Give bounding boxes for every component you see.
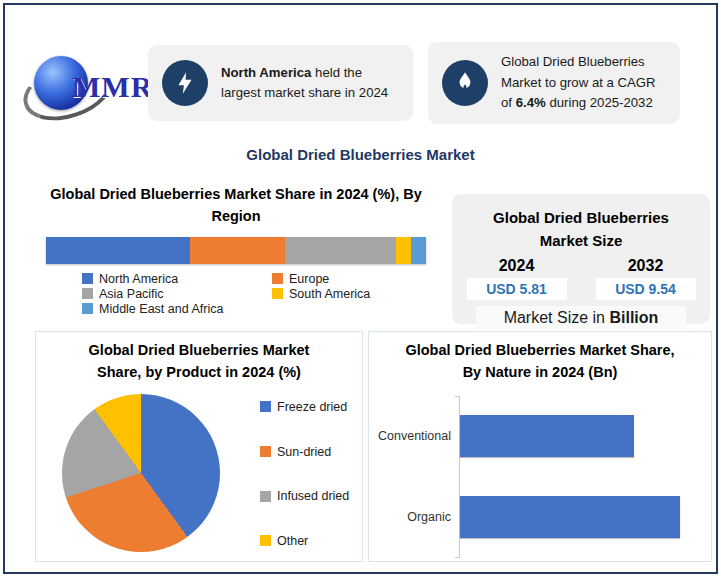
nature-chart-title: Global Dried Blueberries Market Share, B… — [397, 339, 683, 384]
legend-label: Middle East and Africa — [99, 302, 223, 316]
region-legend-item: Europe — [272, 272, 432, 286]
highlight-bold: North America — [221, 65, 311, 80]
mmr-logo: MMR — [24, 50, 152, 120]
nature-plot-area: Conventional Organic — [369, 396, 711, 558]
region-chart-title: Global Dried Blueberries Market Share in… — [40, 183, 432, 228]
market-size-year-2032: 2032 — [581, 257, 710, 275]
logo-text: MMR — [72, 70, 153, 104]
product-legend-item: Freeze dried — [260, 400, 349, 414]
region-legend-item: Middle East and Africa — [82, 302, 272, 316]
market-size-title: Global Dried Blueberries Market Size — [472, 207, 690, 252]
market-size-caption: Market Size in Billion — [476, 306, 686, 330]
legend-swatch — [82, 288, 93, 299]
market-size-value-2024: USD 5.81 — [467, 278, 567, 300]
highlight-text: Global Dried Blueberries Market to grow … — [501, 52, 666, 113]
region-legend-item: South America — [272, 287, 432, 301]
market-size-year-2024: 2024 — [452, 257, 581, 275]
highlight-text: North America held the largest market sh… — [221, 63, 399, 104]
legend-swatch — [272, 273, 283, 284]
legend-label: Sun-dried — [277, 445, 331, 459]
legend-label: Asia Pacific — [99, 287, 164, 301]
legend-label: Infused dried — [277, 489, 349, 503]
product-legend-item: Other — [260, 534, 349, 548]
flame-icon — [442, 60, 488, 106]
conventional-bar — [460, 415, 634, 457]
legend-swatch — [272, 288, 283, 299]
legend-label: Other — [277, 534, 308, 548]
highlight-suffix: during 2025-2032 — [546, 95, 653, 110]
region-segment-3 — [396, 237, 411, 264]
market-size-panel: Global Dried Blueberries Market Size 202… — [452, 194, 710, 324]
region-stacked-bar — [46, 237, 426, 264]
caption-prefix: Market Size in — [504, 309, 610, 326]
region-segment-4 — [411, 237, 426, 264]
page-title: Global Dried Blueberries Market — [0, 146, 721, 163]
legend-swatch — [260, 491, 271, 502]
legend-swatch — [82, 303, 93, 314]
region-segment-1 — [190, 237, 285, 264]
region-legend-item: North America — [82, 272, 272, 286]
legend-label: Europe — [289, 272, 329, 286]
legend-swatch — [260, 535, 271, 546]
product-legend-item: Infused dried — [260, 489, 349, 503]
highlight-card-cagr: Global Dried Blueberries Market to grow … — [428, 42, 680, 124]
legend-label: South America — [289, 287, 370, 301]
nature-label-conventional: Conventional — [369, 429, 460, 443]
lightning-icon — [162, 60, 208, 106]
product-chart-title: Global Dried Blueberries Market Share, b… — [66, 339, 332, 384]
highlight-card-market-share: North America held the largest market sh… — [148, 45, 413, 121]
organic-bar — [460, 496, 680, 538]
product-pie — [62, 394, 220, 552]
legend-swatch — [260, 446, 271, 457]
product-legend: Freeze driedSun-driedInfused driedOther — [260, 400, 349, 548]
region-legend: North AmericaEuropeAsia PacificSouth Ame… — [82, 272, 432, 316]
legend-swatch — [82, 273, 93, 284]
caption-bold: Billion — [609, 309, 658, 326]
product-share-chart: Global Dried Blueberries Market Share, b… — [35, 331, 363, 562]
region-segment-2 — [285, 237, 395, 264]
legend-label: North America — [99, 272, 178, 286]
region-share-chart: Global Dried Blueberries Market Share in… — [40, 183, 432, 316]
region-legend-item: Asia Pacific — [82, 287, 272, 301]
legend-label: Freeze dried — [277, 400, 347, 414]
legend-swatch — [260, 401, 271, 412]
region-segment-0 — [46, 237, 190, 264]
highlight-bold: 6.4% — [516, 95, 546, 110]
nature-share-chart: Global Dried Blueberries Market Share, B… — [368, 331, 712, 562]
product-legend-item: Sun-dried — [260, 445, 349, 459]
nature-label-organic: Organic — [369, 510, 460, 524]
market-size-value-2032: USD 9.54 — [596, 278, 696, 300]
